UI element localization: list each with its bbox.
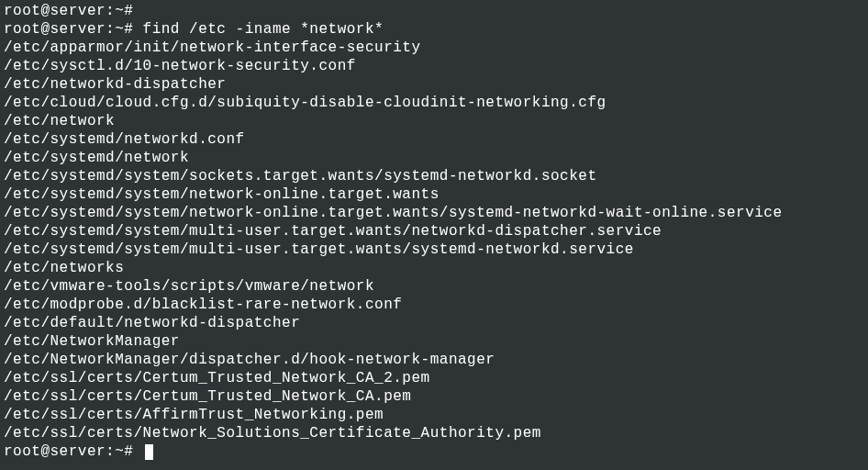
output-line: /etc/systemd/system/network-online.targe…	[4, 204, 864, 222]
output-line: /etc/network	[4, 112, 864, 130]
output-line: /etc/ssl/certs/Certum_Trusted_Network_CA…	[4, 369, 864, 387]
output-line: /etc/vmware-tools/scripts/vmware/network	[4, 277, 864, 296]
output-line: /etc/cloud/cloud.cfg.d/subiquity-disable…	[4, 94, 864, 112]
output-line: /etc/sysctl.d/10-network-security.conf	[4, 57, 864, 75]
output-line: /etc/ssl/certs/Certum_Trusted_Network_CA…	[4, 387, 864, 406]
terminal-container[interactable]: root@server:~# root@server:~# find /etc …	[4, 2, 864, 461]
prompt-line-3: root@server:~#	[4, 442, 864, 461]
output-line: /etc/systemd/system/sockets.target.wants…	[4, 167, 864, 185]
output-line: /etc/networkd-dispatcher	[4, 75, 864, 94]
output-line: /etc/NetworkManager	[4, 332, 864, 351]
prompt-line-1: root@server:~#	[4, 2, 864, 20]
output-line: /etc/NetworkManager/dispatcher.d/hook-ne…	[4, 351, 864, 369]
output-line: /etc/apparmor/init/network-interface-sec…	[4, 39, 864, 57]
output-line: /etc/systemd/network	[4, 149, 864, 167]
output-line: /etc/systemd/system/multi-user.target.wa…	[4, 241, 864, 259]
output-line: /etc/systemd/networkd.conf	[4, 130, 864, 149]
output-line: /etc/systemd/system/multi-user.target.wa…	[4, 222, 864, 241]
cursor	[145, 444, 153, 460]
output-line: /etc/networks	[4, 259, 864, 277]
output-line: /etc/systemd/system/network-online.targe…	[4, 185, 864, 204]
output-line: /etc/modprobe.d/blacklist-rare-network.c…	[4, 296, 864, 314]
output-line: /etc/ssl/certs/AffirmTrust_Networking.pe…	[4, 406, 864, 424]
prompt-line-2-with-command: root@server:~# find /etc -iname *network…	[4, 20, 864, 39]
output-line: /etc/ssl/certs/Network_Solutions_Certifi…	[4, 424, 864, 442]
command-output: /etc/apparmor/init/network-interface-sec…	[4, 39, 864, 442]
output-line: /etc/default/networkd-dispatcher	[4, 314, 864, 332]
